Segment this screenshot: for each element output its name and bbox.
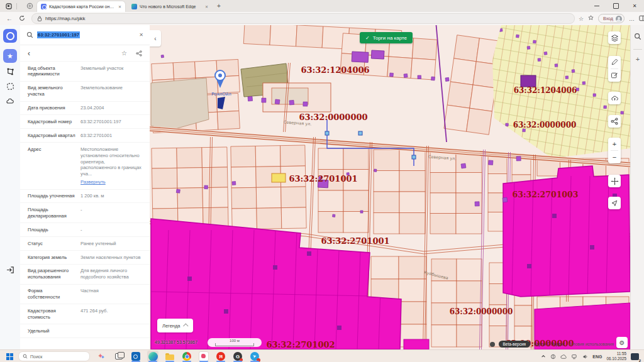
yandex-browser-icon[interactable]: Я: [215, 351, 226, 362]
sidebar-add-icon[interactable]: +: [636, 55, 640, 63]
legend-button[interactable]: Легенда: [157, 319, 193, 332]
detail-value: Местоположение установлено относительно …: [80, 146, 142, 177]
svg-text:63:32:0000000: 63:32:0000000: [513, 121, 577, 129]
tab-edge-whats-new[interactable]: Что нового в Microsoft Edge ✕: [128, 1, 212, 12]
upload-button[interactable]: [608, 92, 621, 104]
detail-label: Вид земельного участка: [28, 85, 75, 97]
browser-menu-icon[interactable]: …: [629, 16, 635, 22]
sidebar-search-icon[interactable]: [634, 31, 641, 43]
volume-icon[interactable]: [582, 351, 588, 362]
lock-icon: [37, 16, 42, 21]
zoom-in-button[interactable]: +: [608, 138, 621, 150]
detail-label: Статус: [28, 241, 75, 247]
cursor-coordinates: 49.321387 53.573867: [155, 340, 197, 344]
tab-close-icon[interactable]: ✕: [205, 4, 208, 9]
detail-row: Статус Ранее учтенный: [20, 237, 150, 251]
detail-row: Адрес Местоположение установлено относит…: [20, 143, 150, 189]
rail-favorites-button[interactable]: ★: [3, 49, 17, 63]
edit-note-button[interactable]: [608, 69, 621, 82]
detail-label: Категория земель: [28, 255, 75, 261]
tab-close-icon[interactable]: ✕: [118, 4, 121, 9]
language-indicator[interactable]: ENG: [592, 354, 602, 359]
network-icon[interactable]: [572, 351, 578, 362]
task-view-icon[interactable]: [113, 351, 125, 362]
clock[interactable]: 11:55 06.10.2025: [606, 351, 626, 361]
favorite-star-icon[interactable]: ☆: [579, 16, 584, 22]
pan-button[interactable]: [608, 175, 621, 187]
back-icon[interactable]: ←: [6, 15, 13, 22]
detail-value: 471 264 руб.: [80, 308, 142, 314]
layers-cloud-icon[interactable]: [3, 94, 17, 108]
tab-cadastral-map[interactable]: Кадастровая карта России онла... ✕: [37, 1, 125, 12]
terms-link[interactable]: Условия использования: [569, 342, 614, 346]
detail-label: Площадь декларированная: [28, 207, 75, 219]
search-placeholder: Поиск: [30, 354, 42, 359]
bookmark-star-icon[interactable]: ☆: [121, 50, 127, 57]
share-icon[interactable]: [136, 48, 142, 59]
taskbar-search[interactable]: Поиск: [18, 351, 90, 361]
edge-icon[interactable]: [147, 351, 158, 362]
beta-badge: Beta-версия: [499, 341, 531, 348]
search-input[interactable]: 63:32:2701001:197: [37, 32, 135, 38]
svg-text:63:32:0000000: 63:32:0000000: [450, 307, 513, 316]
svg-text:63:32:0000000: 63:32:0000000: [299, 112, 367, 122]
share-map-button[interactable]: [608, 115, 621, 128]
auctions-on-map-button[interactable]: ✓ Торги на карте: [360, 32, 413, 43]
tray-expand-icon[interactable]: [541, 354, 546, 359]
search-value: 63:32:2701001:197: [37, 31, 80, 38]
copilot-icon[interactable]: ✦✦: [96, 351, 108, 362]
detail-label: Кадастровая стоимость: [28, 308, 75, 321]
refresh-icon[interactable]: [19, 15, 25, 23]
svg-text:63:32:1204006: 63:32:1204006: [514, 86, 577, 95]
detail-row: Категория земель Земли населенных пункто…: [20, 251, 150, 265]
svg-text:63:32:2701001: 63:32:2701001: [289, 174, 357, 184]
map-attribution: Beta-версия Карты © Яндекс Условия испол…: [490, 341, 614, 348]
browser-tabbar: Кадастровая карта России онла... ✕ Что н…: [0, 0, 644, 12]
window-close-button[interactable]: ✕: [625, 0, 644, 12]
outlook-icon[interactable]: [130, 351, 142, 362]
cloud-icon[interactable]: [560, 351, 567, 362]
svg-text:63:32:2701003: 63:32:2701003: [513, 190, 579, 199]
search-icon: [23, 354, 28, 359]
expand-link[interactable]: Развернуть: [80, 179, 142, 185]
login-button[interactable]: Вход: [598, 14, 625, 23]
locate-me-button[interactable]: [608, 197, 621, 209]
file-explorer-icon[interactable]: [164, 351, 175, 362]
layers-button[interactable]: [608, 31, 621, 44]
sidebar-toggle-icon[interactable]: [639, 15, 644, 23]
g-app-icon[interactable]: G: [232, 351, 243, 362]
screen: Кадастровая карта России онла... ✕ Что н…: [0, 0, 644, 362]
window-minimize-button[interactable]: [587, 0, 606, 12]
chrome-icon[interactable]: [181, 351, 192, 362]
new-tab-button[interactable]: +: [217, 3, 221, 9]
window-maximize-button[interactable]: [606, 0, 625, 12]
map-settings-gear-icon[interactable]: ⚙: [616, 337, 628, 348]
measure-area-icon[interactable]: [3, 64, 17, 78]
workspaces-icon[interactable]: [26, 3, 33, 10]
unknown-app-icon[interactable]: [198, 351, 209, 362]
map-canvas[interactable]: Северная ул.Северная ул.КуйбышеваРоялОйл…: [150, 25, 630, 349]
collections-icon[interactable]: [588, 15, 594, 22]
login-panel-icon[interactable]: [3, 263, 17, 277]
pencil-button[interactable]: [608, 56, 621, 69]
detail-value: Земли населенных пунктов: [80, 255, 142, 261]
attribution-text: Карты © Яндекс: [534, 342, 565, 346]
detail-value: -: [80, 227, 142, 233]
address-bar[interactable]: https://map.ru/pkk: [31, 13, 575, 24]
panel-collapse-button[interactable]: ‹: [150, 30, 161, 47]
telegram-icon[interactable]: ➤: [249, 351, 260, 362]
notifications-icon[interactable]: 2: [631, 353, 639, 360]
info-icon[interactable]: [490, 342, 495, 347]
divider: [16, 3, 17, 9]
select-extent-icon[interactable]: [3, 79, 17, 93]
back-icon[interactable]: ‹: [28, 49, 30, 58]
tab-title: Кадастровая карта России онла...: [49, 4, 115, 9]
detail-label: Вид разрешенного использования: [28, 268, 75, 280]
clear-search-icon[interactable]: ✕: [139, 32, 143, 38]
zoom-out-button[interactable]: −: [608, 151, 621, 163]
tab-actions-icon[interactable]: [5, 3, 13, 10]
detail-label: Удельный: [28, 328, 75, 334]
start-button[interactable]: [6, 353, 13, 360]
vpn-icon[interactable]: [550, 351, 556, 362]
taskbar: Поиск ✦✦ Я G ➤ ENG 11:55 06.10.202: [0, 349, 644, 362]
